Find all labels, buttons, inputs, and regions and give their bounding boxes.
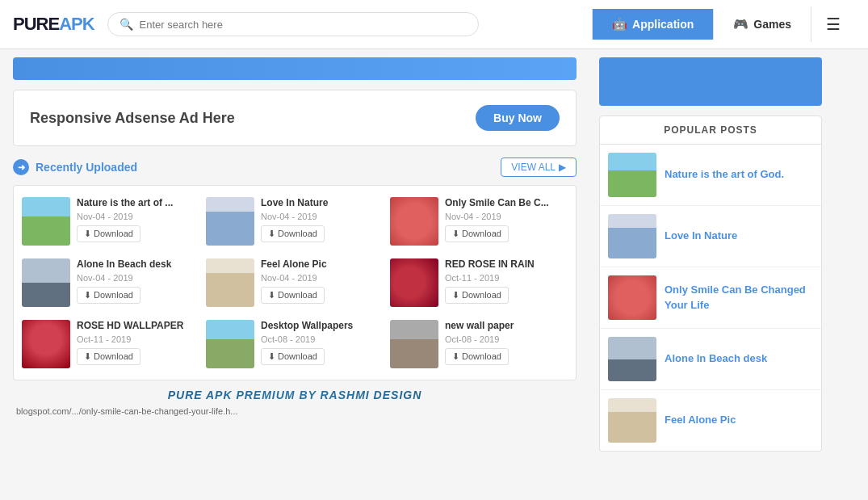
sidebar-blue-block (599, 57, 822, 106)
buy-now-button[interactable]: Buy Now (476, 105, 560, 131)
item-title: Desktop Wallpapers (261, 320, 384, 333)
item-title: Love In Nature (261, 197, 384, 210)
download-button[interactable]: ⬇ Download (261, 348, 325, 365)
view-all-label: VIEW ALL (511, 162, 556, 173)
item-date: Nov-04 - 2019 (261, 273, 384, 283)
item-thumb (22, 258, 70, 307)
item-card: Alone In Beach desk Nov-04 - 2019 ⬇ Down… (22, 255, 199, 310)
thumb-image (390, 258, 438, 307)
popular-thumb (608, 398, 656, 443)
thumb-image (22, 320, 70, 368)
item-date: Oct-08 - 2019 (445, 334, 568, 344)
footer-branding: PURE APK PREMIUM BY RASHMI DESIGN (13, 380, 577, 405)
nav-links: 🤖 Application 🎮 Games ☰ (592, 6, 855, 42)
popular-posts-header: POPULAR POSTS (599, 116, 822, 145)
download-button[interactable]: ⬇ Download (261, 287, 325, 304)
item-card: Desktop Wallpapers Oct-08 - 2019 ⬇ Downl… (206, 317, 384, 372)
download-button[interactable]: ⬇ Download (261, 225, 325, 242)
download-button[interactable]: ⬇ Download (77, 348, 140, 365)
popular-item[interactable]: Nature is the art of God. (600, 145, 821, 206)
download-button[interactable]: ⬇ Download (445, 348, 509, 365)
item-date: Oct-08 - 2019 (261, 334, 384, 344)
games-icon: 🎮 (733, 17, 748, 32)
item-info: new wall paper Oct-08 - 2019 ⬇ Download (445, 320, 568, 365)
search-input[interactable] (140, 19, 467, 31)
item-thumb (390, 197, 438, 246)
download-button[interactable]: ⬇ Download (445, 287, 509, 304)
sidebar: POPULAR POSTS Nature is the art of God. … (589, 49, 832, 460)
search-icon: 🔍 (120, 18, 133, 31)
item-info: ROSE HD WALLPAPER Oct-11 - 2019 ⬇ Downlo… (77, 320, 199, 365)
popular-title: Nature is the art of God. (665, 167, 784, 182)
download-button[interactable]: ⬇ Download (77, 225, 140, 242)
section-title: ➜ Recently Uploaded (13, 159, 137, 175)
popular-item[interactable]: Alone In Beach desk (600, 329, 821, 390)
item-card: ROSE HD WALLPAPER Oct-11 - 2019 ⬇ Downlo… (22, 317, 199, 372)
popular-title: Feel Alone Pic (665, 413, 736, 427)
ad-box: Responsive Adsense Ad Here Buy Now (13, 90, 577, 146)
popular-item[interactable]: Feel Alone Pic (600, 390, 821, 451)
popular-title: Only Smile Can Be Changed Your Life (665, 283, 813, 312)
item-info: Nature is the art of ... Nov-04 - 2019 ⬇… (77, 197, 199, 242)
thumb-image (22, 258, 70, 307)
logo: PUREAPK (13, 14, 94, 35)
item-card: RED ROSE IN RAIN Oct-11 - 2019 ⬇ Downloa… (390, 255, 568, 310)
popular-thumb-image (608, 398, 656, 443)
nav-games[interactable]: 🎮 Games (713, 9, 811, 40)
item-title: Nature is the art of ... (77, 197, 199, 210)
section-header: ➜ Recently Uploaded VIEW ALL ▶ (13, 158, 577, 177)
download-button[interactable]: ⬇ Download (445, 225, 509, 242)
popular-thumb-image (608, 275, 656, 320)
popular-thumb (608, 153, 656, 197)
item-info: Feel Alone Pic Nov-04 - 2019 ⬇ Download (261, 258, 384, 304)
recently-uploaded-label: Recently Uploaded (36, 161, 137, 174)
hamburger-menu[interactable]: ☰ (811, 6, 855, 42)
nav-games-label: Games (753, 18, 791, 31)
download-button[interactable]: ⬇ Download (77, 287, 140, 304)
item-card: Love In Nature Nov-04 - 2019 ⬇ Download (206, 194, 384, 249)
popular-thumb (608, 275, 656, 320)
item-date: Nov-04 - 2019 (445, 212, 568, 221)
application-icon: 🤖 (612, 17, 627, 32)
item-info: Only Smile Can Be C... Nov-04 - 2019 ⬇ D… (445, 197, 568, 242)
search-bar[interactable]: 🔍 (107, 12, 479, 36)
thumb-image (390, 320, 438, 368)
popular-thumb-image (608, 214, 656, 258)
popular-item[interactable]: Only Smile Can Be Changed Your Life (600, 267, 821, 329)
item-thumb (206, 258, 254, 307)
item-info: Desktop Wallpapers Oct-08 - 2019 ⬇ Downl… (261, 320, 384, 365)
popular-item[interactable]: Love In Nature (600, 206, 821, 267)
item-info: Love In Nature Nov-04 - 2019 ⬇ Download (261, 197, 384, 242)
item-title: new wall paper (445, 320, 568, 333)
popular-title: Love In Nature (665, 229, 737, 243)
item-card: Only Smile Can Be C... Nov-04 - 2019 ⬇ D… (390, 194, 568, 249)
popular-thumb-image (608, 337, 656, 381)
thumb-image (390, 197, 438, 246)
header: PUREAPK 🔍 🤖 Application 🎮 Games ☰ (0, 0, 868, 49)
url-bar: blogspot.com/.../only-smile-can-be-chang… (13, 405, 577, 418)
item-date: Oct-11 - 2019 (445, 273, 568, 283)
page-layout: Responsive Adsense Ad Here Buy Now ➜ Rec… (0, 49, 868, 460)
ad-text: Responsive Adsense Ad Here (30, 110, 235, 127)
popular-thumb-image (608, 153, 656, 197)
item-thumb (390, 258, 438, 307)
item-title: Feel Alone Pic (261, 258, 384, 271)
item-title: Only Smile Can Be C... (445, 197, 568, 210)
top-strip (13, 57, 577, 80)
popular-thumb (608, 214, 656, 258)
items-grid: Nature is the art of ... Nov-04 - 2019 ⬇… (13, 185, 577, 380)
thumb-image (206, 258, 254, 307)
item-thumb (22, 320, 70, 368)
item-date: Nov-04 - 2019 (77, 212, 199, 221)
item-date: Oct-11 - 2019 (77, 334, 199, 344)
item-title: Alone In Beach desk (77, 258, 199, 271)
item-thumb (206, 197, 254, 246)
item-card: new wall paper Oct-08 - 2019 ⬇ Download (390, 317, 568, 372)
popular-thumb (608, 337, 656, 381)
item-title: ROSE HD WALLPAPER (77, 320, 199, 333)
view-all-button[interactable]: VIEW ALL ▶ (501, 158, 577, 177)
arrow-icon: ➜ (13, 159, 29, 175)
nav-application[interactable]: 🤖 Application (592, 9, 713, 40)
item-date: Nov-04 - 2019 (77, 273, 199, 283)
item-date: Nov-04 - 2019 (261, 212, 384, 221)
